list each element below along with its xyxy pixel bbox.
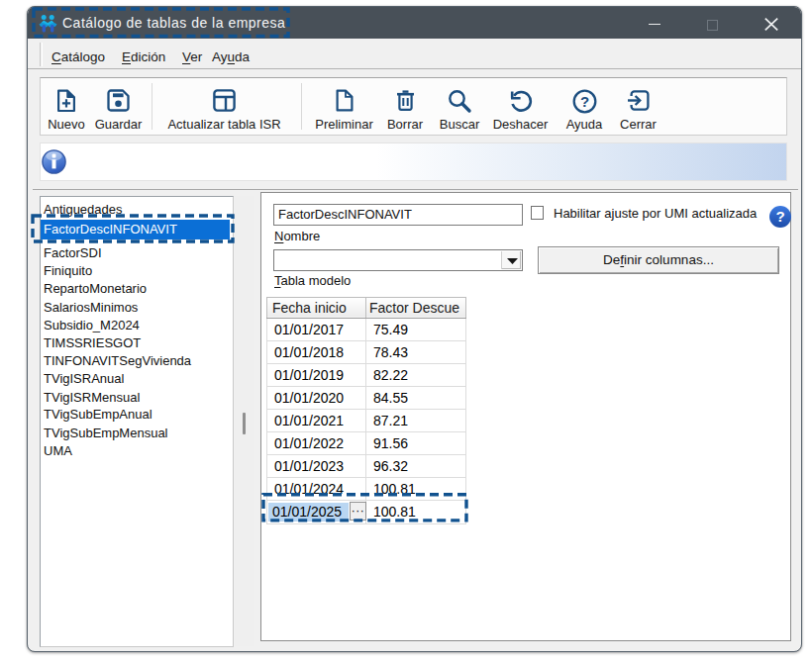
svg-text:?: ? (775, 208, 784, 225)
svg-text:?: ? (579, 93, 588, 110)
